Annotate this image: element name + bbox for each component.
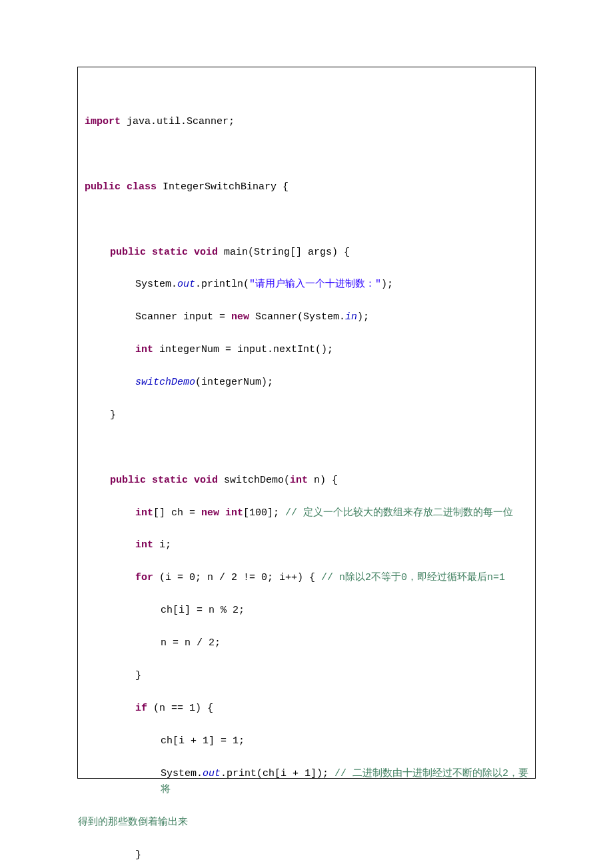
code-line: public static void main(String[] args) { — [78, 245, 535, 261]
code-line: public class IntegerSwitchBinary { — [78, 179, 535, 195]
code-line: System.out.println("请用户输入一个十进制数："); — [78, 277, 535, 293]
code-line: switchDemo(integerNum); — [78, 375, 535, 391]
code-line — [78, 440, 535, 456]
code-line: ch[i + 1] = 1; — [78, 733, 535, 749]
code-line: import java.util.Scanner; — [78, 114, 535, 130]
code-line-wrap: 得到的那些数倒着输出来 — [78, 815, 535, 831]
code-line: public static void switchDemo(int n) { — [78, 473, 535, 489]
code-line: Scanner input = new Scanner(System.in); — [78, 309, 535, 325]
code-line: } — [78, 407, 535, 423]
document-page: import java.util.Scanner; public class I… — [0, 0, 613, 868]
code-line: for (i = 0; n / 2 != 0; i++) { // n除以2不等… — [78, 570, 535, 586]
code-line: } — [78, 847, 535, 863]
code-line: System.out.print(ch[i + 1]); // 二进制数由十进制… — [78, 766, 535, 799]
code-line — [78, 212, 535, 228]
code-line: int[] ch = new int[100]; // 定义一个比较大的数组来存… — [78, 505, 535, 521]
code-line: ch[i] = n % 2; — [78, 603, 535, 619]
code-line: if (n == 1) { — [78, 701, 535, 717]
code-frame: import java.util.Scanner; public class I… — [77, 67, 536, 779]
code-line: int i; — [78, 537, 535, 553]
code-line — [78, 147, 535, 163]
code-block: import java.util.Scanner; public class I… — [78, 114, 535, 868]
code-line: n = n / 2; — [78, 635, 535, 651]
code-line: } — [78, 668, 535, 684]
code-line: int integerNum = input.nextInt(); — [78, 342, 535, 358]
